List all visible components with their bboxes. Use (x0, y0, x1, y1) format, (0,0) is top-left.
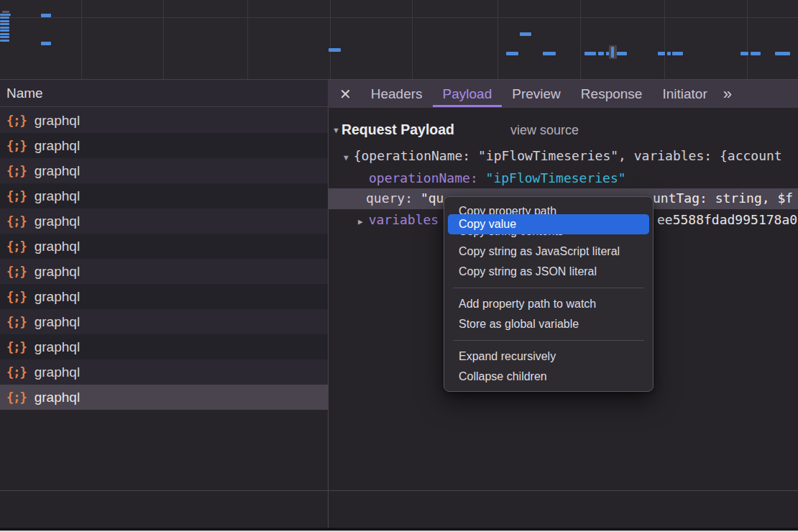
name-column-header[interactable]: Name (0, 80, 328, 107)
menu-item-expand-recursively[interactable]: Expand recursively (448, 347, 649, 367)
close-icon[interactable]: ✕ (339, 86, 352, 103)
waterfall-bar (0, 27, 9, 29)
request-name-label: graphql (35, 113, 80, 129)
property-key: query: (366, 191, 413, 206)
request-row[interactable]: {;}graphql (0, 158, 328, 183)
request-row[interactable]: {;}graphql (0, 359, 328, 385)
json-braces-icon: {;} (6, 315, 27, 329)
property-value-left: "qu (421, 191, 444, 206)
waterfall-bar (41, 14, 51, 17)
request-name-label: graphql (35, 138, 80, 154)
waterfall-bar (0, 40, 9, 42)
waterfall-bar (611, 47, 614, 58)
menu-item-copy-value[interactable]: Copy value (448, 214, 649, 234)
request-row[interactable]: {;}graphql (0, 208, 328, 234)
tabs-container: HeadersPayloadPreviewResponseInitiator (361, 80, 717, 108)
more-tabs-icon[interactable]: » (723, 85, 730, 104)
request-row[interactable]: {;}graphql (0, 334, 328, 359)
json-braces-icon: {;} (6, 290, 27, 304)
request-row[interactable]: {;}graphql (0, 385, 328, 410)
request-name-label: graphql (35, 364, 80, 380)
menu-separator (453, 288, 644, 288)
section-title: Request Payload (341, 121, 454, 138)
expander-right-icon[interactable]: ▶ (358, 217, 363, 226)
property-key: variables (369, 212, 439, 227)
request-payload-section[interactable]: ▼ Request Payload (332, 121, 454, 138)
devtools-network-panel: Name ✕ HeadersPayloadPreviewResponseInit… (0, 0, 798, 532)
json-braces-icon: {;} (6, 265, 27, 279)
vertical-gridline (247, 0, 248, 79)
panel-divider[interactable] (328, 107, 329, 529)
waterfall-bar (543, 52, 556, 55)
property-value-right: untTag: string, $f (653, 191, 793, 206)
waterfall-bar (0, 33, 9, 35)
request-name-label: graphql (35, 339, 80, 355)
request-row[interactable]: {;}graphql (0, 133, 328, 158)
request-name-label: graphql (35, 264, 80, 280)
waterfall-bar (667, 52, 671, 55)
list-footer-separator (0, 490, 798, 491)
request-row[interactable]: {;}graphql (0, 284, 328, 309)
waterfall-bar (41, 42, 51, 45)
waterfall-bar (617, 52, 627, 55)
waterfall-bar (751, 52, 761, 55)
vertical-gridline (580, 0, 581, 79)
menu-item-add-property-path-to-watch[interactable]: Add property path to watch (448, 294, 649, 314)
waterfall-bar (506, 52, 518, 55)
tab-response[interactable]: Response (571, 81, 653, 107)
request-name-label: graphql (35, 214, 80, 229)
vertical-gridline (81, 0, 82, 79)
tab-headers[interactable]: Headers (361, 81, 433, 107)
json-braces-icon: {;} (6, 164, 27, 178)
json-braces-icon: {;} (6, 214, 27, 229)
request-row[interactable]: {;}graphql (0, 183, 328, 208)
vertical-gridline (747, 0, 748, 79)
payload-root-row[interactable]: ▼{operationName: "ipFlowTimeseries", var… (344, 148, 782, 163)
vertical-gridline (664, 0, 665, 79)
request-row[interactable]: {;}graphql (0, 309, 328, 334)
json-braces-icon: {;} (6, 239, 27, 254)
json-braces-icon: {;} (6, 365, 27, 380)
menu-separator (453, 340, 644, 341)
request-list: {;}graphql{;}graphql{;}graphql{;}graphql… (0, 108, 328, 410)
horizontal-gridline (0, 17, 798, 18)
view-source-link[interactable]: view source (510, 123, 579, 138)
waterfall-bar (329, 48, 341, 52)
waterfall-bar (658, 52, 665, 55)
variables-row[interactable]: ▶variables (358, 212, 439, 227)
property-value: "ipFlowTimeseries" (486, 170, 626, 185)
name-column-label: Name (6, 86, 43, 101)
menu-item-copy-string-as-json-literal[interactable]: Copy string as JSON literal (448, 262, 649, 282)
waterfall-bar (0, 14, 11, 16)
waterfall-bar (520, 32, 531, 36)
waterfall-bar (0, 36, 9, 38)
waterfall-bar (2, 11, 9, 13)
property-key: operationName: (369, 170, 478, 185)
waterfall-bar (0, 17, 9, 19)
request-row[interactable]: {;}graphql (0, 259, 328, 284)
waterfall-bar (0, 23, 9, 25)
json-braces-icon: {;} (6, 114, 27, 128)
json-braces-icon: {;} (6, 390, 27, 405)
payload-preview-text: {operationName: "ipFlowTimeseries", vari… (354, 148, 782, 163)
tab-initiator[interactable]: Initiator (652, 81, 717, 107)
json-braces-icon: {;} (6, 340, 27, 354)
waterfall-bar (0, 20, 9, 22)
expander-down-icon[interactable]: ▼ (344, 153, 349, 162)
request-name-label: graphql (35, 289, 80, 305)
network-overview-timeline[interactable] (0, 0, 798, 80)
request-row[interactable]: {;}graphql (0, 234, 328, 259)
menu-item-collapse-children[interactable]: Collapse children (448, 367, 649, 387)
request-row[interactable]: {;}graphql (0, 108, 328, 133)
waterfall-bar (740, 52, 748, 55)
tab-payload[interactable]: Payload (433, 81, 503, 107)
operation-name-row[interactable]: operationName: "ipFlowTimeseries" (369, 170, 626, 185)
vertical-gridline (497, 0, 498, 79)
menu-item-copy-string-as-javascript-literal[interactable]: Copy string as JavaScript literal (448, 242, 649, 262)
vertical-gridline (330, 0, 331, 79)
request-name-label: graphql (35, 390, 80, 405)
menu-item-store-as-global-variable[interactable]: Store as global variable (448, 314, 649, 334)
request-name-label: graphql (35, 239, 80, 254)
tab-preview[interactable]: Preview (502, 81, 571, 107)
context-menu: Copy valueCopy property pathCopy string … (444, 196, 653, 392)
